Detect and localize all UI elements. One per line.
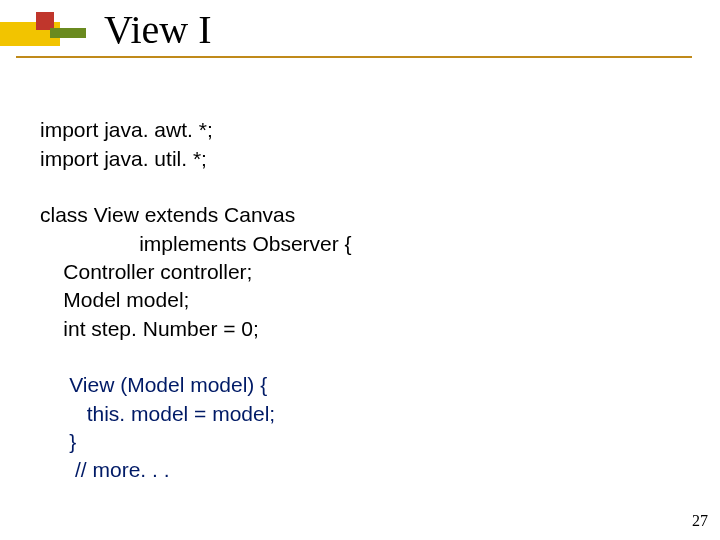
title-underline — [16, 56, 692, 58]
deco-green-block — [50, 28, 86, 38]
code-line: class View extends Canvas — [40, 203, 295, 226]
code-line: implements Observer { — [40, 232, 352, 255]
code-line: } — [40, 430, 76, 453]
code-line: int step. Number = 0; — [40, 317, 259, 340]
code-line: View (Model model) { — [40, 373, 267, 396]
slide-title: View I — [104, 6, 212, 53]
code-line: Model model; — [40, 288, 189, 311]
code-line: // more. . . — [40, 458, 170, 481]
page-number: 27 — [692, 512, 708, 530]
code-line: import java. util. *; — [40, 147, 207, 170]
code-block: import java. awt. *; import java. util. … — [40, 88, 352, 485]
code-line: this. model = model; — [40, 402, 275, 425]
code-line: Controller controller; — [40, 260, 252, 283]
code-line: import java. awt. *; — [40, 118, 213, 141]
slide-decoration — [0, 22, 92, 46]
